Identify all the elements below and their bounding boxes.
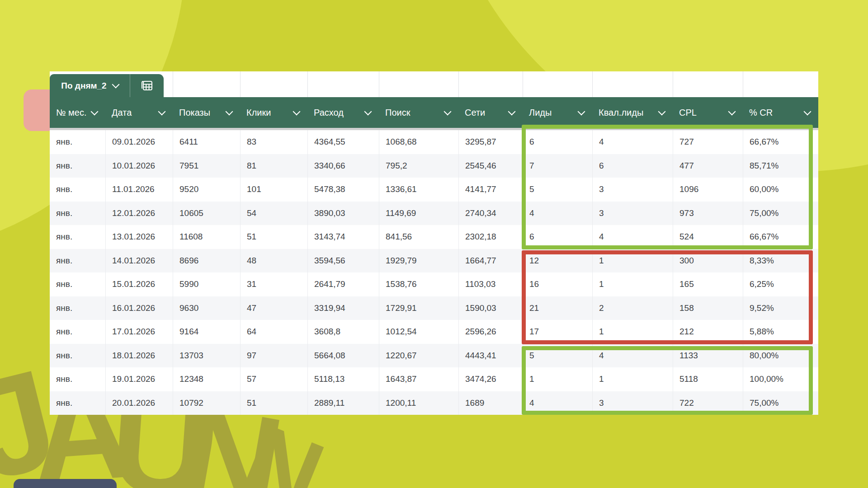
cell[interactable]: 8696 <box>173 249 240 273</box>
cell[interactable]: 9164 <box>173 320 240 344</box>
cell[interactable]: янв. <box>50 178 105 202</box>
cell[interactable]: 12.01.2026 <box>105 202 173 225</box>
chevron-down-icon[interactable] <box>728 108 736 115</box>
cell[interactable]: янв. <box>50 249 105 273</box>
cell[interactable]: 81 <box>240 154 307 178</box>
cell[interactable]: 5664,08 <box>307 344 379 368</box>
cell[interactable]: 9520 <box>173 178 240 202</box>
cell[interactable]: 1689 <box>458 391 523 415</box>
cell[interactable]: 31 <box>240 272 307 296</box>
chevron-down-icon[interactable] <box>658 108 666 115</box>
chevron-down-icon[interactable] <box>804 108 811 115</box>
cell[interactable]: янв. <box>50 130 105 154</box>
cell[interactable]: 2596,26 <box>458 320 523 344</box>
cell[interactable]: 3340,66 <box>307 154 379 178</box>
cell[interactable]: 47 <box>240 296 307 320</box>
cell[interactable]: 13703 <box>173 344 240 368</box>
cell[interactable]: 1664,77 <box>458 249 523 273</box>
cell[interactable]: 1929,79 <box>379 249 458 273</box>
cell[interactable]: янв. <box>50 272 105 296</box>
cell[interactable]: 3143,74 <box>307 225 379 249</box>
cell[interactable]: 2641,79 <box>307 272 379 296</box>
cell[interactable]: 2889,11 <box>307 391 379 415</box>
cell[interactable]: 13.01.2026 <box>105 225 173 249</box>
chevron-down-icon[interactable] <box>293 108 301 115</box>
cell[interactable]: 14.01.2026 <box>105 249 173 273</box>
column-header-spend[interactable]: Расход <box>307 97 379 128</box>
cell[interactable]: 1012,54 <box>379 320 458 344</box>
cell[interactable]: 3295,87 <box>458 130 523 154</box>
cell[interactable]: 54 <box>240 202 307 225</box>
cell[interactable]: 09.01.2026 <box>105 130 173 154</box>
cell[interactable]: 83 <box>240 130 307 154</box>
cell[interactable]: 57 <box>240 367 307 391</box>
sheet-tab-button[interactable]: По дням_2 <box>50 74 130 97</box>
cell[interactable]: янв. <box>50 320 105 344</box>
cell[interactable]: янв. <box>50 367 105 391</box>
cell[interactable]: 48 <box>240 249 307 273</box>
column-header-leads[interactable]: Лиды <box>523 97 592 128</box>
cell[interactable]: 64 <box>240 320 307 344</box>
cell[interactable]: 3890,03 <box>307 202 379 225</box>
chevron-down-icon[interactable] <box>158 108 166 115</box>
cell[interactable]: 11608 <box>173 225 240 249</box>
cell[interactable]: янв. <box>50 344 105 368</box>
cell[interactable]: 5478,38 <box>307 178 379 202</box>
cell[interactable]: 19.01.2026 <box>105 367 173 391</box>
cell[interactable]: 6411 <box>173 130 240 154</box>
column-header-cr[interactable]: % CR <box>743 97 818 128</box>
cell[interactable]: янв. <box>50 202 105 225</box>
cell[interactable]: 20.01.2026 <box>105 391 173 415</box>
cell[interactable]: 7951 <box>173 154 240 178</box>
cell[interactable]: 10792 <box>173 391 240 415</box>
cell[interactable]: 2302,18 <box>458 225 523 249</box>
cell[interactable]: 1200,11 <box>379 391 458 415</box>
cell[interactable]: 4141,77 <box>458 178 523 202</box>
cell[interactable]: 10605 <box>173 202 240 225</box>
cell[interactable]: 2740,34 <box>458 202 523 225</box>
cell[interactable]: 101 <box>240 178 307 202</box>
cell[interactable]: 11.01.2026 <box>105 178 173 202</box>
column-header-search[interactable]: Поиск <box>379 97 458 128</box>
chevron-down-icon[interactable] <box>364 108 372 115</box>
chevron-down-icon[interactable] <box>508 108 516 115</box>
cell[interactable]: янв. <box>50 296 105 320</box>
column-header-qualified-leads[interactable]: Квал.лиды <box>592 97 673 128</box>
cell[interactable]: 795,2 <box>379 154 458 178</box>
cell[interactable]: 51 <box>240 225 307 249</box>
cell[interactable]: 10.01.2026 <box>105 154 173 178</box>
cell[interactable]: 3319,94 <box>307 296 379 320</box>
chevron-down-icon[interactable] <box>444 108 452 115</box>
chevron-down-icon[interactable] <box>91 108 99 115</box>
cell[interactable]: 12348 <box>173 367 240 391</box>
sheet-tab[interactable]: По дням_2 <box>50 74 164 97</box>
cell[interactable]: 1729,91 <box>379 296 458 320</box>
cell[interactable]: 1590,03 <box>458 296 523 320</box>
cell[interactable]: 9630 <box>173 296 240 320</box>
cell[interactable]: янв. <box>50 225 105 249</box>
column-header-date[interactable]: Дата <box>105 97 173 128</box>
sheet-switcher-button[interactable] <box>130 74 164 97</box>
cell[interactable]: 5118,13 <box>307 367 379 391</box>
cell[interactable]: 5990 <box>173 272 240 296</box>
column-header-network[interactable]: Сети <box>458 97 523 128</box>
chevron-down-icon[interactable] <box>578 108 585 115</box>
chevron-down-icon[interactable] <box>226 108 233 115</box>
cell[interactable]: 17.01.2026 <box>105 320 173 344</box>
column-header-cpl[interactable]: CPL <box>673 97 743 128</box>
cell[interactable]: 16.01.2026 <box>105 296 173 320</box>
cell[interactable]: 1220,67 <box>379 344 458 368</box>
cell[interactable]: 4364,55 <box>307 130 379 154</box>
cell[interactable]: 51 <box>240 391 307 415</box>
cell[interactable]: янв. <box>50 391 105 415</box>
column-header-impressions[interactable]: Показы <box>173 97 240 128</box>
cell[interactable]: 1068,68 <box>379 130 458 154</box>
cell[interactable]: 3594,56 <box>307 249 379 273</box>
cell[interactable]: 97 <box>240 344 307 368</box>
cell[interactable]: 1149,69 <box>379 202 458 225</box>
cell[interactable]: янв. <box>50 154 105 178</box>
cell[interactable]: 18.01.2026 <box>105 344 173 368</box>
cell[interactable]: 1103,03 <box>458 272 523 296</box>
cell[interactable]: 2545,46 <box>458 154 523 178</box>
cell[interactable]: 4443,41 <box>458 344 523 368</box>
